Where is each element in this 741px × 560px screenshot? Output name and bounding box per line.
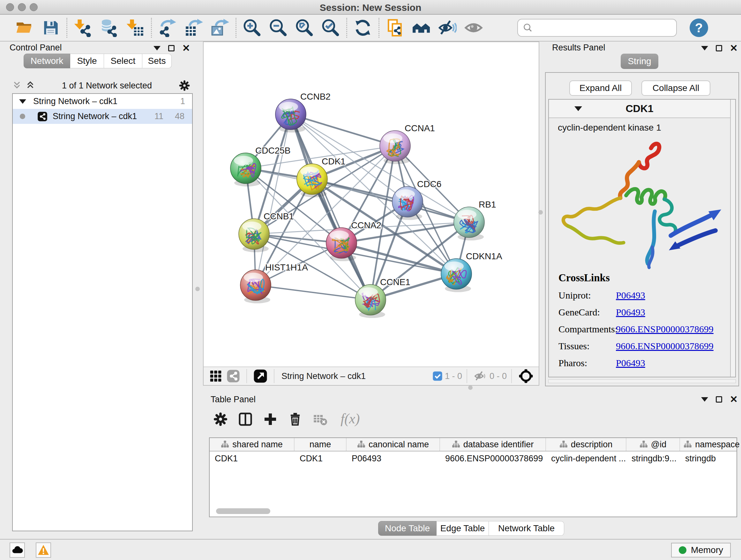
network-grid-view-button[interactable] <box>209 369 223 383</box>
import-network-file-button[interactable] <box>70 16 96 39</box>
tab-node-table[interactable]: Node Table <box>378 521 436 536</box>
open-session-button[interactable] <box>11 16 38 39</box>
results-panel-divider-handle[interactable] <box>538 210 543 214</box>
tab-string[interactable]: String <box>621 54 658 69</box>
zoom-in-button[interactable] <box>239 16 265 39</box>
column-header-canonical-name[interactable]: canonical name <box>347 438 440 451</box>
new-network-from-selection-button[interactable] <box>382 16 408 39</box>
zoom-out-button[interactable] <box>265 16 291 39</box>
crosslink-value-link[interactable]: P06493 <box>616 358 645 368</box>
export-network-button[interactable] <box>154 16 181 39</box>
zoom-fit-button[interactable] <box>291 16 318 39</box>
node-RB1[interactable] <box>454 207 484 240</box>
network-view-title: String Network – cdk1 <box>279 371 430 381</box>
crosslink-value-link[interactable]: 9606.ENSP00000378699 <box>616 341 714 352</box>
expand-all-button[interactable]: Expand All <box>569 80 632 96</box>
collapse-section-icon[interactable] <box>575 106 582 111</box>
panel-menu-icon[interactable] <box>153 46 160 51</box>
column-header-description[interactable]: description <box>546 438 626 451</box>
panel-menu-icon[interactable] <box>701 46 708 51</box>
search-input[interactable] <box>533 20 676 35</box>
panel-close-icon[interactable]: ✕ <box>730 44 738 53</box>
selected-nodes-checkbox[interactable] <box>432 371 443 381</box>
memory-button[interactable]: Memory <box>671 543 731 557</box>
import-table-button[interactable] <box>122 16 148 39</box>
node-CCNA1[interactable] <box>380 131 410 164</box>
apply-layout-button[interactable] <box>350 16 376 39</box>
column-header-database-identifier[interactable]: database identifier <box>440 438 546 451</box>
crosslink-value-link[interactable]: 9606.ENSP00000378699 <box>616 324 714 334</box>
network-collection-row[interactable]: String Network – cdk1 1 <box>13 94 192 109</box>
panel-float-icon[interactable] <box>168 45 175 51</box>
panel-float-icon[interactable] <box>716 396 722 402</box>
table-cell[interactable]: 9606.ENSP00000378699 <box>440 454 546 463</box>
table-cell[interactable]: stringdb <box>680 454 741 463</box>
hide-selected-button[interactable] <box>434 16 461 39</box>
panel-menu-icon[interactable] <box>701 397 708 401</box>
network-options-gear-icon[interactable] <box>179 80 190 91</box>
edge-CDK1-RB1[interactable] <box>312 179 469 222</box>
table-panel-divider-handle[interactable] <box>468 385 473 390</box>
panel-float-icon[interactable] <box>716 45 722 51</box>
import-network-database-button[interactable] <box>96 16 122 39</box>
results-vertical-scrollbar[interactable] <box>730 100 735 377</box>
help-button[interactable]: ? <box>690 18 708 37</box>
column-header-namespace[interactable]: namespace <box>680 438 741 451</box>
table-cell[interactable]: CDK1 <box>210 454 294 463</box>
column-header-shared-name[interactable]: shared name <box>210 438 294 451</box>
crosslink-value-link[interactable]: P06493 <box>616 307 645 318</box>
tab-style[interactable]: Style <box>70 54 104 68</box>
table-cell[interactable]: cyclin-dependent ... <box>546 454 626 463</box>
collection-expand-icon[interactable] <box>19 99 26 104</box>
tab-select[interactable]: Select <box>104 54 142 68</box>
node-CDKN1A[interactable] <box>441 259 472 292</box>
panel-close-icon[interactable]: ✕ <box>730 395 738 404</box>
edge-CCNB2-CCNA1[interactable] <box>291 114 395 146</box>
create-column-button[interactable] <box>262 411 278 427</box>
tab-network-table[interactable]: Network Table <box>489 521 564 536</box>
first-neighbors-button[interactable] <box>408 16 434 39</box>
export-table-button[interactable] <box>181 16 207 39</box>
node-CCNA2[interactable] <box>326 228 357 261</box>
collapse-all-icon[interactable] <box>12 81 22 90</box>
node-CDK1[interactable] <box>297 164 327 197</box>
cloud-status-button[interactable] <box>10 543 25 558</box>
table-horizontal-scrollbar[interactable] <box>213 508 347 515</box>
save-session-button[interactable] <box>38 16 64 39</box>
node-CCNE1[interactable] <box>355 285 386 318</box>
node-HIST1H1A[interactable] <box>240 270 271 303</box>
network-birdseye-toggle-button[interactable] <box>226 369 240 383</box>
warnings-button[interactable] <box>36 543 51 558</box>
expand-all-icon[interactable] <box>25 81 35 90</box>
table-cell[interactable]: stringdb:9... <box>626 454 680 463</box>
tab-network[interactable]: Network <box>23 54 70 68</box>
show-all-button[interactable] <box>461 16 487 39</box>
node-CDC6[interactable] <box>392 186 423 220</box>
delete-column-button[interactable] <box>287 411 303 427</box>
control-panel-divider-handle[interactable] <box>195 287 200 291</box>
table-options-button[interactable] <box>212 411 228 427</box>
edge-CCNE1-HIST1H1A[interactable] <box>256 285 370 300</box>
network-row-selected[interactable]: String Network – cdk1 11 48 <box>13 109 192 124</box>
export-image-button[interactable] <box>207 16 233 39</box>
scrollbar-thumb[interactable] <box>216 508 270 514</box>
tab-edge-table[interactable]: Edge Table <box>436 521 489 536</box>
detach-view-button[interactable] <box>253 369 267 383</box>
table-row[interactable]: CDK1CDK1P064939606.ENSP00000378699cyclin… <box>210 451 737 465</box>
tab-sets[interactable]: Sets <box>142 54 172 68</box>
column-header-@id[interactable]: @id <box>626 438 680 451</box>
network-canvas[interactable]: CCNB2CCNA1CDC25BCDK1CDC6RB1CCNB1CCNA2CDK… <box>204 42 539 367</box>
column-header-name[interactable]: name <box>294 438 347 451</box>
collapse-all-button[interactable]: Collapse All <box>642 80 711 96</box>
table-cell[interactable]: CDK1 <box>294 454 347 463</box>
node-CCNB1[interactable] <box>239 219 269 252</box>
zoom-selected-button[interactable] <box>318 16 344 39</box>
crosslink-value-link[interactable]: P06493 <box>616 290 645 301</box>
node-CDC25B[interactable] <box>230 153 261 186</box>
table-cell[interactable]: P06493 <box>347 454 440 463</box>
show-columns-button[interactable] <box>238 411 253 427</box>
panel-close-icon[interactable]: ✕ <box>182 44 190 53</box>
protein-card-header[interactable]: CDK1 <box>549 100 735 118</box>
birdseye-nav-button[interactable] <box>518 368 534 384</box>
results-horizontal-scrollbar[interactable] <box>548 379 736 383</box>
